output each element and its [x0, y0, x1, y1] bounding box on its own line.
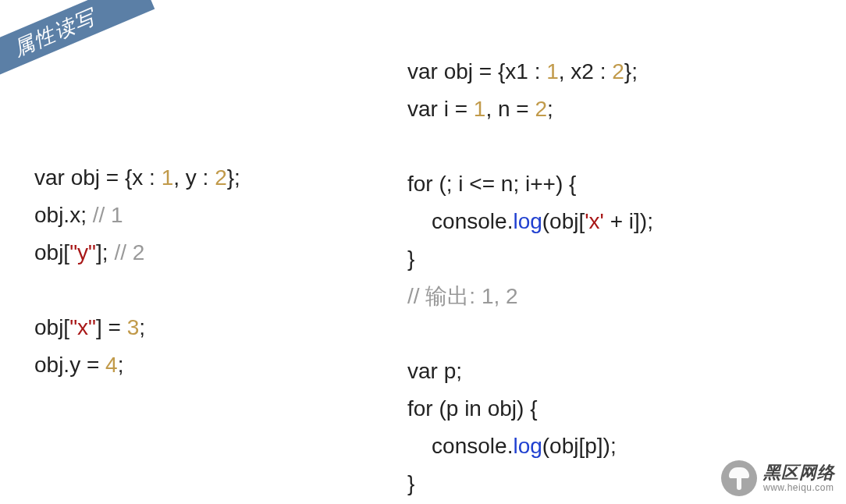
- code-line: var obj = {x : 1, y : 2};: [34, 159, 240, 197]
- code-text: ;: [139, 315, 145, 339]
- code-text: ;: [547, 97, 553, 121]
- code-text: obj[: [34, 240, 69, 264]
- watermark: 黑区网络 www.heiqu.com: [721, 460, 835, 496]
- code-string: 'x': [585, 209, 604, 233]
- code-text: , n =: [485, 97, 535, 121]
- code-line: var p;: [407, 353, 653, 390]
- code-text: var p;: [407, 359, 462, 383]
- code-line: }: [407, 465, 653, 502]
- code-text: var obj = {x :: [34, 165, 162, 190]
- code-number: 1: [546, 59, 559, 83]
- code-number: 2: [535, 97, 547, 121]
- code-text: console.: [407, 434, 513, 458]
- code-text: };: [624, 59, 638, 83]
- code-text: (obj[p]);: [542, 434, 617, 458]
- code-number: 4: [105, 353, 118, 377]
- code-string: "y": [69, 240, 96, 264]
- code-number: 1: [162, 165, 174, 190]
- blank-line: [34, 272, 240, 309]
- code-text: ;: [118, 353, 124, 377]
- code-line: obj["x"] = 3;: [34, 309, 240, 346]
- code-line: }: [407, 240, 653, 278]
- code-text: for (; i <= n; i++) {: [407, 172, 576, 196]
- code-text: obj[: [34, 315, 69, 339]
- code-text: };: [227, 165, 240, 190]
- code-line: var obj = {x1 : 1, x2 : 2};: [407, 53, 653, 91]
- code-text: ] =: [96, 315, 127, 339]
- slide-ribbon: 属性读写: [0, 0, 155, 88]
- code-text: ];: [96, 240, 114, 264]
- code-text: var i =: [407, 97, 474, 121]
- code-text: obj.y =: [34, 353, 105, 377]
- code-line: obj.x; // 1: [34, 197, 240, 234]
- watermark-url: www.heiqu.com: [763, 483, 835, 493]
- code-number: 3: [127, 315, 140, 339]
- code-line: console.log(obj[p]);: [407, 428, 653, 465]
- blank-line: [407, 315, 653, 353]
- code-text: console.: [407, 209, 513, 233]
- code-number: 1: [474, 97, 486, 121]
- code-number: 2: [612, 59, 624, 83]
- watermark-title: 黑区网络: [763, 463, 835, 482]
- code-line: console.log(obj['x' + i]);: [407, 203, 653, 240]
- code-line: obj.y = 4;: [34, 346, 240, 384]
- code-line: var i = 1, n = 2;: [407, 91, 653, 128]
- code-line: // 输出: 1, 2: [407, 278, 653, 315]
- code-function: log: [513, 434, 542, 458]
- code-text: for (p in obj) {: [407, 396, 538, 421]
- blank-line: [407, 128, 653, 165]
- code-text: obj.x;: [34, 203, 93, 227]
- code-text: }: [407, 247, 414, 271]
- mushroom-icon: [721, 460, 757, 496]
- code-line: obj["y"]; // 2: [34, 234, 240, 272]
- code-string: "x": [69, 315, 96, 339]
- code-function: log: [513, 209, 542, 233]
- code-number: 2: [215, 165, 227, 190]
- code-comment: // 1: [93, 203, 123, 227]
- code-block-right: var obj = {x1 : 1, x2 : 2}; var i = 1, n…: [407, 53, 653, 502]
- watermark-text: 黑区网络 www.heiqu.com: [763, 463, 835, 492]
- code-comment: // 2: [114, 240, 144, 264]
- code-text: }: [407, 471, 414, 495]
- code-text: , y :: [173, 165, 215, 190]
- code-block-left: var obj = {x : 1, y : 2}; obj.x; // 1 ob…: [34, 159, 240, 384]
- code-line: for (p in obj) {: [407, 390, 653, 428]
- code-text: , x2 :: [559, 59, 612, 83]
- code-text: + i]);: [604, 209, 653, 233]
- code-text: (obj[: [542, 209, 585, 233]
- code-line: for (; i <= n; i++) {: [407, 165, 653, 203]
- code-text: var obj = {x1 :: [407, 59, 546, 83]
- code-comment: // 输出: 1, 2: [407, 284, 518, 308]
